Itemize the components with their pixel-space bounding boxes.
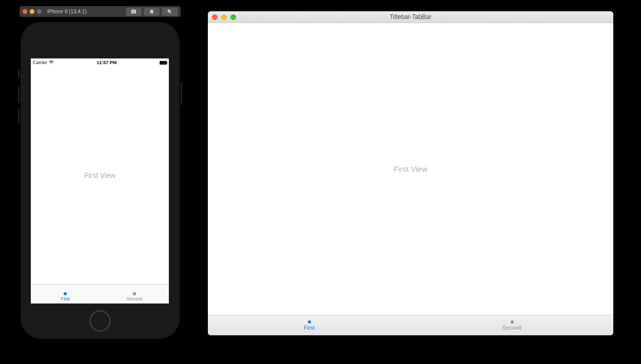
battery-icon bbox=[160, 61, 167, 65]
simulator-button-group bbox=[126, 8, 178, 16]
ios-content-view: First View bbox=[31, 67, 169, 284]
tab-second[interactable]: Second bbox=[100, 285, 169, 304]
content-label: First View bbox=[84, 171, 115, 179]
close-icon[interactable] bbox=[212, 14, 218, 20]
window-title: Titlebar-TabBar bbox=[208, 13, 613, 21]
iphone-device-frame: Carrier 11:57 PM First View First Second bbox=[20, 21, 181, 340]
wifi-icon bbox=[49, 60, 54, 65]
minimize-icon[interactable] bbox=[221, 14, 227, 20]
clock-label: 11:57 PM bbox=[54, 60, 160, 65]
status-bar: Carrier 11:57 PM bbox=[31, 58, 169, 67]
home-button[interactable] bbox=[144, 8, 160, 16]
simulator-toolbar: iPhone 8 (13.4.1) bbox=[20, 6, 181, 17]
traffic-lights bbox=[212, 14, 236, 20]
screenshot-button[interactable] bbox=[126, 8, 142, 16]
tab-label: First bbox=[304, 325, 315, 331]
zoom-icon[interactable] bbox=[37, 9, 42, 14]
mac-tabbar: First Second bbox=[208, 315, 613, 335]
stack-icon bbox=[167, 9, 172, 14]
device-home-button[interactable] bbox=[89, 310, 111, 332]
iphone-screen: Carrier 11:57 PM First View First Second bbox=[31, 58, 169, 304]
volume-up-button bbox=[18, 87, 20, 103]
mac-window: Titlebar-TabBar First View First Second bbox=[208, 11, 613, 335]
circle-icon bbox=[511, 320, 514, 323]
mute-switch bbox=[18, 69, 20, 78]
tab-label: First bbox=[61, 296, 70, 301]
rotate-button[interactable] bbox=[162, 8, 178, 16]
content-label: First View bbox=[394, 165, 428, 173]
mac-titlebar[interactable]: Titlebar-TabBar bbox=[208, 11, 613, 23]
mac-content-view: First View bbox=[208, 23, 613, 315]
volume-down-button bbox=[18, 108, 20, 125]
circle-icon bbox=[64, 292, 67, 295]
camera-icon bbox=[131, 9, 137, 14]
tab-label: Second bbox=[502, 325, 521, 331]
power-button bbox=[181, 83, 182, 105]
circle-icon bbox=[308, 320, 311, 323]
ios-tabbar: First Second bbox=[31, 284, 169, 304]
minimize-icon[interactable] bbox=[30, 9, 34, 14]
tab-label: Second bbox=[126, 296, 142, 301]
tab-first[interactable]: First bbox=[31, 285, 100, 304]
circle-icon bbox=[133, 292, 136, 295]
simulator-device-label: iPhone 8 (13.4.1) bbox=[47, 9, 123, 14]
tab-second[interactable]: Second bbox=[411, 315, 613, 335]
home-icon bbox=[149, 9, 154, 14]
tab-first[interactable]: First bbox=[208, 315, 411, 335]
close-icon[interactable] bbox=[23, 9, 27, 14]
zoom-icon[interactable] bbox=[230, 14, 236, 20]
carrier-label: Carrier bbox=[33, 60, 47, 65]
